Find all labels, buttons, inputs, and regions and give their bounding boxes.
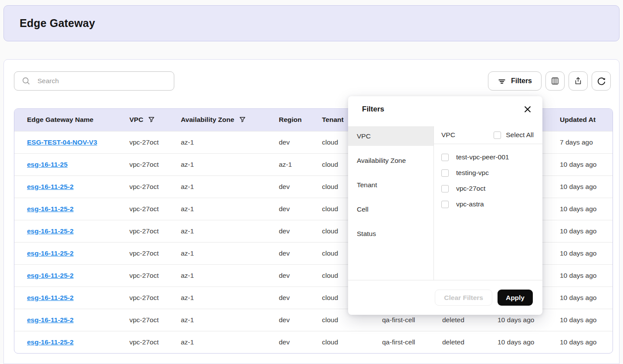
edge-gateway-link[interactable]: esg-16-11-25-2 xyxy=(27,294,74,301)
cell-name: ESG-TEST-04-NOV-V3 xyxy=(14,131,117,153)
cell-updated_at: 10 days ago xyxy=(547,309,613,331)
cell-vpc: vpc-27oct xyxy=(117,331,168,353)
filter-option[interactable]: vpc-astra xyxy=(434,196,542,212)
filters-modal-header: Filters xyxy=(348,96,542,126)
cell-vpc: vpc-27oct xyxy=(117,220,168,242)
cell-updated_at: 10 days ago xyxy=(547,220,613,242)
select-all-checkbox[interactable] xyxy=(494,131,501,139)
option-checkbox[interactable] xyxy=(441,169,449,177)
cell-updated_at: 10 days ago xyxy=(547,153,613,175)
edge-gateway-link[interactable]: esg-16-11-25-2 xyxy=(27,183,74,190)
column-header-availability_zone: Availability Zone xyxy=(168,109,266,131)
filters-button[interactable]: Filters xyxy=(488,71,542,91)
clear-filters-button[interactable]: Clear Filters xyxy=(435,290,492,306)
cell-name: esg-16-11-25-2 xyxy=(14,309,117,331)
edge-gateway-link[interactable]: esg-16-11-25-2 xyxy=(27,249,74,257)
refresh-icon xyxy=(596,76,606,86)
filters-modal-body: VPCAvailability ZoneTenantCellStatus VPC… xyxy=(348,126,542,280)
cell-name: esg-16-11-25-2 xyxy=(14,175,117,198)
option-checkbox[interactable] xyxy=(441,154,449,161)
column-header-region: Region xyxy=(266,109,309,131)
cell-region: az-1 xyxy=(266,153,309,175)
filter-panel-header: VPC Select All xyxy=(434,126,542,144)
close-icon[interactable] xyxy=(523,105,532,114)
filter-option[interactable]: testing-vpc xyxy=(434,165,542,181)
cell-updated_at: 10 days ago xyxy=(547,242,613,264)
edge-gateway-link[interactable]: esg-16-11-25-2 xyxy=(27,338,74,346)
select-all-control[interactable]: Select All xyxy=(494,131,534,139)
filter-panel-title: VPC xyxy=(441,131,455,139)
column-header-vpc: VPC xyxy=(117,109,168,131)
edge-gateway-link[interactable]: esg-16-11-25-2 xyxy=(27,272,74,279)
cell-availability_zone: az-1 xyxy=(168,242,266,264)
option-checkbox[interactable] xyxy=(441,185,449,192)
cell-created_at: 10 days ago xyxy=(485,331,547,353)
cell-availability_zone: az-1 xyxy=(168,286,266,309)
filter-tab-cell[interactable]: Cell xyxy=(348,199,433,219)
export-icon xyxy=(573,76,583,86)
cell-cell: qa-first-cell xyxy=(369,331,430,353)
column-header-name: Edge Gateway Name xyxy=(14,109,117,131)
filter-tab-list: VPCAvailability ZoneTenantCellStatus xyxy=(348,126,434,280)
cell-name: esg-16-11-25-2 xyxy=(14,286,117,309)
table-row: esg-16-11-25-2vpc-27octaz-1devcloudqa-fi… xyxy=(14,331,613,353)
cell-region: dev xyxy=(266,131,309,153)
cell-vpc: vpc-27oct xyxy=(117,242,168,264)
cell-availability_zone: az-1 xyxy=(168,331,266,353)
filter-tab-availability-zone[interactable]: Availability Zone xyxy=(348,151,433,170)
column-filter-funnel-icon[interactable] xyxy=(148,116,155,123)
refresh-button[interactable] xyxy=(592,71,611,91)
filter-option[interactable]: vpc-27oct xyxy=(434,181,542,196)
option-label: testing-vpc xyxy=(456,169,489,177)
search-icon xyxy=(21,76,31,86)
edge-gateway-link[interactable]: ESG-TEST-04-NOV-V3 xyxy=(27,138,97,146)
option-checkbox[interactable] xyxy=(441,201,449,208)
select-all-label: Select All xyxy=(506,131,534,139)
column-header-updated_at: Updated At xyxy=(547,109,613,131)
cell-name: esg-16-11-25-2 xyxy=(14,264,117,286)
cell-availability_zone: az-1 xyxy=(168,264,266,286)
cell-region: dev xyxy=(266,331,309,353)
cell-updated_at: 10 days ago xyxy=(547,198,613,220)
page-title: Edge Gateway xyxy=(20,17,95,30)
cell-region: dev xyxy=(266,286,309,309)
cell-availability_zone: az-1 xyxy=(168,131,266,153)
filter-option-panel: VPC Select All test-vpc-peer-001testing-… xyxy=(434,126,542,280)
cell-region: dev xyxy=(266,198,309,220)
option-label: vpc-astra xyxy=(456,200,484,208)
option-label: test-vpc-peer-001 xyxy=(456,153,509,161)
filters-modal-title: Filters xyxy=(362,105,384,114)
cell-updated_at: 7 days ago xyxy=(547,131,613,153)
search-input[interactable] xyxy=(37,77,167,85)
cell-vpc: vpc-27oct xyxy=(117,286,168,309)
cell-updated_at: 10 days ago xyxy=(547,331,613,353)
cell-name: esg-16-11-25-2 xyxy=(14,220,117,242)
cell-vpc: vpc-27oct xyxy=(117,153,168,175)
filter-tab-tenant[interactable]: Tenant xyxy=(348,175,433,195)
cell-vpc: vpc-27oct xyxy=(117,309,168,331)
export-button[interactable] xyxy=(569,71,588,91)
apply-button[interactable]: Apply xyxy=(498,290,533,306)
filters-modal: Filters VPCAvailability ZoneTenantCellSt… xyxy=(348,96,542,315)
cell-region: dev xyxy=(266,309,309,331)
edge-gateway-link[interactable]: esg-16-11-25 xyxy=(27,161,68,168)
edge-gateway-link[interactable]: esg-16-11-25-2 xyxy=(27,227,74,235)
cell-name: esg-16-11-25-2 xyxy=(14,242,117,264)
filter-tab-status[interactable]: Status xyxy=(348,224,433,243)
cell-availability_zone: az-1 xyxy=(168,175,266,198)
edge-gateway-link[interactable]: esg-16-11-25-2 xyxy=(27,205,74,212)
filter-lines-icon xyxy=(498,77,506,85)
option-label: vpc-27oct xyxy=(456,185,485,192)
cell-region: dev xyxy=(266,220,309,242)
search-box[interactable] xyxy=(14,71,174,91)
columns-button[interactable] xyxy=(545,71,565,91)
cell-availability_zone: az-1 xyxy=(168,153,266,175)
edge-gateway-link[interactable]: esg-16-11-25-2 xyxy=(27,316,74,324)
column-filter-funnel-icon[interactable] xyxy=(239,116,246,123)
filter-option[interactable]: test-vpc-peer-001 xyxy=(434,149,542,165)
filter-tab-vpc[interactable]: VPC xyxy=(348,126,433,146)
cell-vpc: vpc-27oct xyxy=(117,175,168,198)
page-header: Edge Gateway xyxy=(3,5,620,41)
toolbar-actions: Filters xyxy=(488,71,611,91)
cell-availability_zone: az-1 xyxy=(168,198,266,220)
